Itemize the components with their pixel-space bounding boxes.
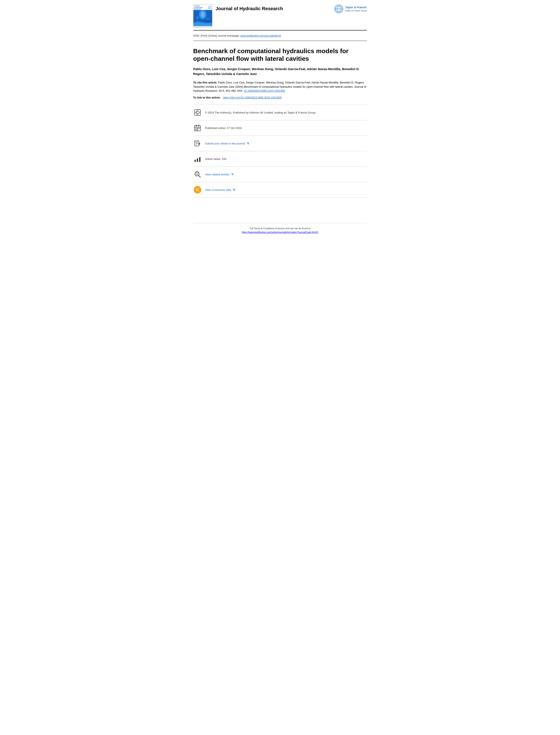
submit-link[interactable]: Submit your article to this journal [205,142,245,145]
footer-line2: https://www.tandfonline.com/action/journ… [193,231,367,234]
cite-label: To cite this article: [193,81,217,84]
related-external-link-icon [231,173,233,176]
related-icon [193,170,202,179]
svg-point-31 [195,172,199,176]
article-title: Benchmark of computational hydraulics mo… [193,47,367,63]
page-footer: Full Terms & Conditions of access and us… [193,223,367,234]
svg-rect-19 [196,128,196,129]
svg-rect-21 [199,128,199,129]
svg-point-5 [207,18,209,19]
meta-items: © 2024 The Author(s). Published by Infor… [193,105,367,198]
tf-brand-sub: Taylor & Francis Group [345,9,367,12]
meta-published: Published online: 17 Oct 2024. [193,120,367,136]
meta-copyright: © 2024 The Author(s). Published by Infor… [193,105,367,120]
tf-brand-main: Taylor & Francis [345,6,367,9]
views-icon [193,155,202,163]
link-block: To link to this article: https://doi.org… [193,96,367,100]
svg-point-33 [196,173,198,175]
related-text[interactable]: View related articles [205,173,234,176]
submit-text[interactable]: Submit your article to this journal [205,142,249,145]
svg-rect-22 [196,129,196,130]
cover-image [193,10,212,26]
tf-logo-text: Taylor & Francis Taylor & Francis Group [345,6,367,12]
svg-text:C: C [196,188,199,192]
tf-logo-icon [334,4,343,14]
svg-rect-29 [197,159,198,162]
copyright-icon [193,108,202,117]
journal-title: Journal of Hydraulic Research [216,6,283,11]
page-header: Journalof Hydraulic Research 1 [193,4,367,31]
issn-text: ISSN: (Print) (Online) Journal homepage: [193,34,240,37]
header-left: Journalof Hydraulic Research 1 [193,4,283,28]
svg-rect-3 [193,21,212,26]
issn-line: ISSN: (Print) (Online) Journal homepage:… [193,33,367,41]
published-text: Published online: 17 Oct 2024. [205,127,243,130]
views-text: Article views: 255 [205,157,227,161]
related-link[interactable]: View related articles [205,173,230,176]
cover-number: 1 [208,6,211,9]
meta-crossmark[interactable]: C View Crossmark data [193,182,367,198]
svg-rect-30 [199,157,200,162]
link-label: To link to this article: [193,96,221,99]
crossmark-external-link-icon [232,189,235,191]
copyright-text: © 2024 The Author(s). Published by Infor… [205,111,316,114]
calendar-icon [193,124,202,132]
journal-cover[interactable]: Journalof Hydraulic Research 1 [193,4,212,28]
svg-rect-20 [197,128,198,129]
tf-logo: Taylor & Francis Taylor & Francis Group [334,4,367,14]
meta-views: Article views: 255 [193,151,367,167]
cite-doi-link[interactable]: 10.1080/00221686.2024.2401905 [244,89,285,92]
article-authors: Pablo Ouro, Luis Cea, Sergio Croquer, We… [193,67,367,76]
meta-related[interactable]: View related articles [193,167,367,182]
submit-icon [193,139,202,148]
svg-line-32 [199,176,200,177]
crossmark-badge: C [194,186,201,194]
cover-title: Journalof Hydraulic Research [194,5,208,10]
footer-link[interactable]: https://www.tandfonline.com/action/journ… [242,231,318,234]
journal-homepage-link[interactable]: www.tandfonline.com/journals/tjhr20 [240,34,281,37]
svg-point-2 [201,12,205,17]
meta-submit[interactable]: Submit your article to this journal [193,136,367,151]
citation-block: To cite this article: Pablo Ouro, Luis C… [193,81,367,93]
submit-external-link-icon [246,142,249,145]
svg-rect-28 [195,160,196,162]
article-doi-link[interactable]: https://doi.org/10.1080/00221686.2024.24… [223,96,282,99]
svg-rect-23 [197,129,198,130]
svg-point-4 [196,17,199,19]
footer-line1: Full Terms & Conditions of access and us… [193,227,367,231]
cover-footer: Taylor & Francis [193,26,212,28]
crossmark-icon: C [193,186,202,194]
svg-rect-24 [195,141,199,146]
crossmark-text[interactable]: View Crossmark data [205,188,235,192]
crossmark-link[interactable]: View Crossmark data [205,188,231,192]
